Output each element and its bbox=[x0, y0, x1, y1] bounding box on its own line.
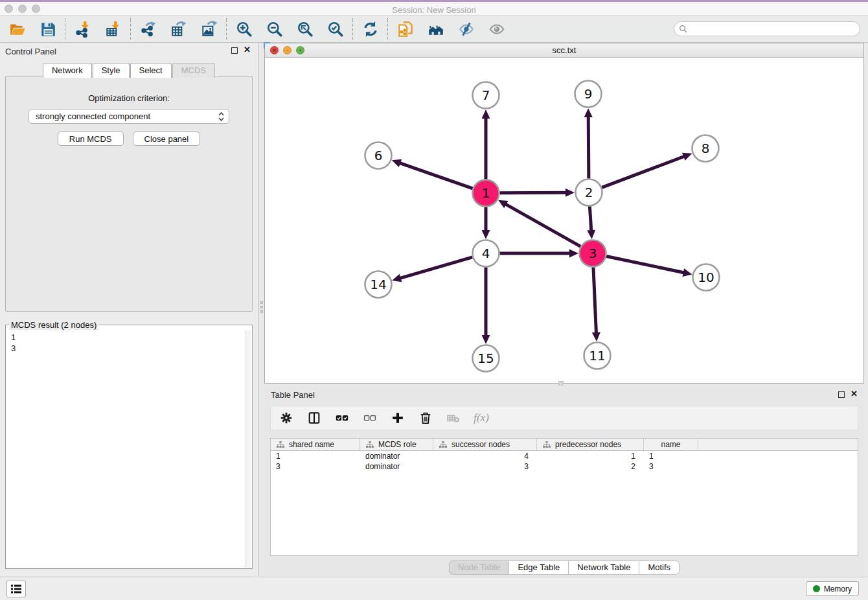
mcds-result-text[interactable]: 13 bbox=[6, 330, 252, 568]
control-panel-tabs: Network Style Select MCDS bbox=[0, 63, 258, 78]
add-column-icon[interactable] bbox=[390, 410, 405, 426]
column-header-name[interactable]: name bbox=[644, 439, 698, 450]
horizontal-splitter-handle[interactable] bbox=[558, 381, 564, 386]
column-header-label: MCDS role bbox=[378, 440, 417, 449]
mcds-result-group: MCDS result (2 nodes) 13 bbox=[5, 320, 253, 569]
table-cell[interactable]: 3 bbox=[433, 461, 537, 472]
tab-edge-table[interactable]: Edge Table bbox=[508, 560, 569, 575]
zoom-selected-icon[interactable] bbox=[326, 20, 344, 38]
table-settings-icon[interactable] bbox=[279, 410, 294, 426]
apply-layout-icon[interactable] bbox=[361, 20, 379, 38]
tab-style[interactable]: Style bbox=[93, 63, 130, 78]
table-header-row: shared nameMCDS rolesuccessor nodesprede… bbox=[271, 439, 858, 451]
memory-label: Memory bbox=[824, 584, 852, 594]
table-cell[interactable]: dominator bbox=[360, 451, 433, 461]
zoom-out-icon[interactable] bbox=[266, 20, 283, 38]
column-header-label: successor nodes bbox=[451, 440, 510, 449]
graph-edge-1-6[interactable] bbox=[399, 163, 473, 189]
float-panel-icon[interactable] bbox=[231, 47, 238, 54]
export-table-icon[interactable] bbox=[170, 20, 187, 38]
table-cell[interactable]: 2 bbox=[537, 461, 644, 472]
graph-edge-arrowhead bbox=[392, 274, 402, 282]
import-group bbox=[65, 20, 130, 38]
session-title: Session: New Session bbox=[0, 4, 868, 16]
run-mcds-button[interactable]: Run MCDS bbox=[58, 132, 124, 146]
float-table-panel-icon[interactable] bbox=[838, 391, 845, 398]
table-panel-title: Table Panel bbox=[271, 390, 315, 400]
table-body: 1dominator4113dominator323 bbox=[271, 451, 858, 472]
zoom-fit-icon[interactable] bbox=[296, 20, 314, 38]
delete-table-icon bbox=[446, 410, 461, 426]
graph-edge-4-14[interactable] bbox=[400, 257, 473, 279]
column-header-label: name bbox=[661, 440, 680, 449]
table-cell-filler bbox=[698, 451, 858, 461]
export-network-icon[interactable] bbox=[139, 20, 157, 38]
memory-button[interactable]: Memory bbox=[806, 581, 859, 596]
tab-network[interactable]: Network bbox=[43, 63, 92, 78]
graph-edge-arrowhead bbox=[682, 268, 692, 277]
graph-edge-3-10[interactable] bbox=[606, 256, 685, 273]
tab-select[interactable]: Select bbox=[130, 63, 172, 78]
graph-edge-arrowhead bbox=[587, 230, 595, 239]
vertical-splitter-handle[interactable] bbox=[260, 299, 264, 315]
search-field[interactable] bbox=[674, 21, 860, 36]
table-cell[interactable]: 1 bbox=[537, 451, 644, 461]
column-header-label: predecessor nodes bbox=[555, 440, 621, 449]
task-history-button[interactable] bbox=[6, 581, 26, 597]
close-table-panel-icon[interactable]: ✕ bbox=[851, 389, 858, 398]
graph-node-label: 10 bbox=[698, 270, 714, 285]
import-table-icon[interactable] bbox=[104, 20, 122, 38]
column-header-shared-name[interactable]: shared name bbox=[271, 439, 360, 450]
table-cell[interactable]: 3 bbox=[644, 461, 698, 472]
optimization-criterion-value: strongly connected component bbox=[36, 111, 218, 121]
table-cell[interactable]: 1 bbox=[644, 451, 698, 461]
graph-edge-2-3[interactable] bbox=[589, 206, 591, 231]
tab-motifs[interactable]: Motifs bbox=[639, 560, 680, 575]
close-panel-button[interactable]: Close panel bbox=[133, 132, 201, 146]
delete-column-icon[interactable] bbox=[418, 410, 433, 426]
column-header-successor-nodes[interactable]: successor nodes bbox=[433, 439, 537, 450]
graph-edge-1-2[interactable] bbox=[499, 192, 567, 193]
function-builder-icon: f(x) bbox=[474, 410, 489, 426]
zoom-in-icon[interactable] bbox=[235, 20, 253, 38]
tab-mcds[interactable]: MCDS bbox=[172, 63, 215, 78]
main-toolbar bbox=[0, 16, 868, 43]
tab-network-table[interactable]: Network Table bbox=[568, 560, 639, 575]
main-titlebar: Session: New Session bbox=[0, 2, 868, 16]
file-group bbox=[0, 20, 65, 38]
show-all-networks-icon[interactable] bbox=[427, 20, 444, 38]
import-network-icon[interactable] bbox=[74, 20, 91, 38]
graph-edge-3-1[interactable] bbox=[505, 204, 581, 247]
show-eye-icon[interactable] bbox=[488, 20, 505, 38]
search-input[interactable] bbox=[687, 23, 860, 35]
network-titlebar: ✕ − + scc.txt bbox=[265, 43, 863, 58]
split-panel-icon[interactable] bbox=[306, 410, 322, 426]
graph-node-label: 4 bbox=[482, 246, 490, 261]
table-cell[interactable]: 3 bbox=[271, 461, 360, 472]
zoom-group bbox=[227, 20, 352, 38]
graph-edge-2-9[interactable] bbox=[588, 116, 589, 179]
network-canvas[interactable]: 7968124314101511 bbox=[265, 58, 863, 383]
select-all-checkboxes-icon[interactable] bbox=[334, 410, 350, 426]
column-header-filler bbox=[698, 439, 858, 450]
tab-node-table[interactable]: Node Table bbox=[449, 560, 510, 575]
table-cell[interactable]: dominator bbox=[360, 461, 433, 472]
graph-node-label: 3 bbox=[589, 246, 597, 261]
graph-edge-2-8[interactable] bbox=[602, 156, 685, 187]
deselect-all-checkboxes-icon[interactable] bbox=[362, 410, 378, 426]
graph-edge-3-11[interactable] bbox=[593, 267, 597, 334]
hide-selected-icon[interactable] bbox=[457, 20, 475, 38]
table-cell[interactable]: 1 bbox=[271, 451, 360, 461]
export-image-icon[interactable] bbox=[200, 20, 218, 38]
save-session-icon[interactable] bbox=[39, 20, 56, 38]
graph-edge-arrowhead bbox=[565, 189, 575, 197]
result-scrollbar[interactable] bbox=[245, 330, 251, 568]
optimization-criterion-select[interactable]: strongly connected component bbox=[29, 109, 229, 124]
table-cell[interactable]: 4 bbox=[433, 451, 537, 461]
graph-node-label: 9 bbox=[584, 86, 593, 102]
copy-network-icon[interactable] bbox=[396, 20, 414, 38]
column-header-MCDS-role[interactable]: MCDS role bbox=[360, 439, 433, 450]
close-panel-icon[interactable]: ✕ bbox=[244, 45, 251, 54]
open-session-icon[interactable] bbox=[8, 20, 26, 38]
column-header-predecessor-nodes[interactable]: predecessor nodes bbox=[537, 439, 644, 450]
